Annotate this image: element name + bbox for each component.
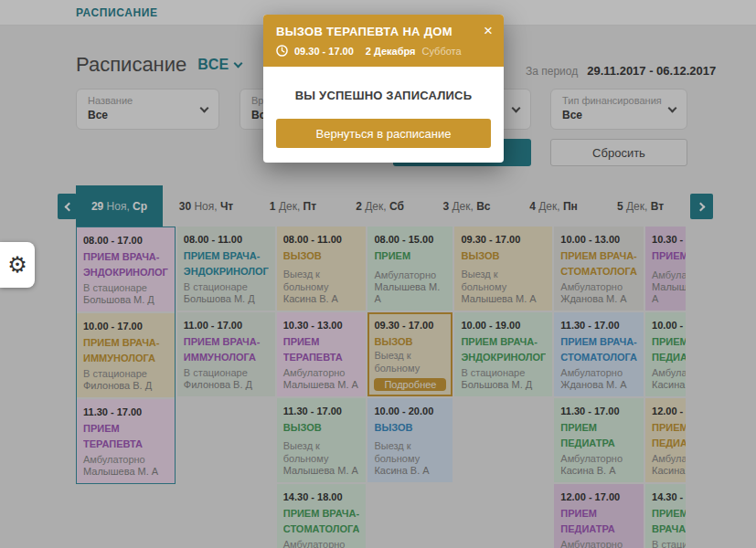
settings-panel[interactable]: ⚙ xyxy=(0,242,35,288)
schedule-page: РАСПИСАНИЕ Расписание ВСЕ За период 29.1… xyxy=(0,0,756,548)
modal-time-range: 09.30 - 17.00 xyxy=(294,46,354,57)
booking-modal: ВЫЗОВ ТЕРАПЕВТА НА ДОМ × 09.30 - 17.00 2… xyxy=(263,15,504,163)
modal-date: 2 Декабря xyxy=(366,46,416,57)
close-icon[interactable]: × xyxy=(484,25,493,37)
modal-header: ВЫЗОВ ТЕРАПЕВТА НА ДОМ × 09.30 - 17.00 2… xyxy=(263,15,504,67)
clock-icon xyxy=(276,45,288,57)
return-to-schedule-button[interactable]: Вернуться в расписание xyxy=(276,119,491,148)
modal-subtitle: 09.30 - 17.00 2 Декабря Суббота xyxy=(276,45,493,57)
modal-title: ВЫЗОВ ТЕРАПЕВТА НА ДОМ xyxy=(276,25,453,38)
gear-icon: ⚙ xyxy=(7,254,27,276)
modal-weekday: Суббота xyxy=(422,46,462,57)
success-message: ВЫ УСПЕШНО ЗАПИСАЛИСЬ xyxy=(263,67,504,119)
